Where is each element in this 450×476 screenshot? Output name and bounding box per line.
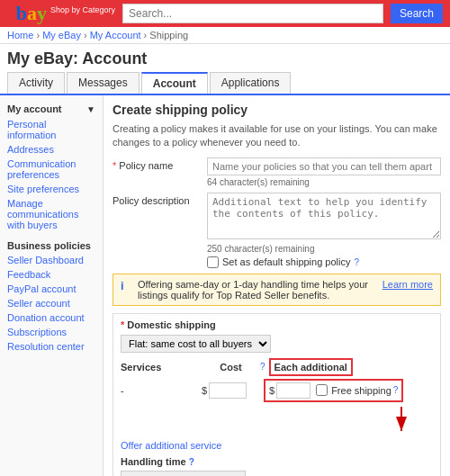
tab-activity[interactable]: Activity xyxy=(7,72,65,94)
sidebar-item-resolution[interactable]: Resolution center xyxy=(0,339,103,354)
search-button[interactable]: Search xyxy=(391,4,443,23)
each-dollar-sign: $ xyxy=(269,385,274,396)
sidebar-item-seller-dashboard[interactable]: Seller Dashboard xyxy=(0,253,103,267)
breadcrumb-myebay[interactable]: My eBay xyxy=(42,30,81,40)
red-arrow-svg xyxy=(361,402,415,438)
info-box: i Offering same-day or 1-day handling ti… xyxy=(112,274,441,306)
content-area: My account ▼ Personal information Addres… xyxy=(0,95,450,476)
sidebar-item-addresses[interactable]: Addresses xyxy=(0,142,103,157)
policy-name-input[interactable] xyxy=(207,157,441,175)
sidebar-item-personal[interactable]: Personal information xyxy=(0,117,103,142)
top-bar: ebay Shop by Category Search xyxy=(0,0,450,27)
services-row: - $ $ Free shipping ? xyxy=(121,379,433,402)
learn-more-link[interactable]: Learn more xyxy=(382,279,433,290)
handling-time-select[interactable]: Select a handling time xyxy=(121,471,246,476)
free-shipping-checkbox[interactable] xyxy=(316,384,328,396)
help-icon-free-ship[interactable]: ? xyxy=(393,385,399,395)
policy-desc-textarea[interactable] xyxy=(207,193,441,239)
offer-additional-link[interactable]: Offer additional service xyxy=(121,440,433,451)
collapse-icon[interactable]: ▼ xyxy=(86,104,95,114)
sidebar-item-paypal[interactable]: PayPal account xyxy=(0,282,103,296)
policy-name-row: * Policy name 64 character(s) remaining xyxy=(112,157,441,187)
domestic-type-row: Flat: same cost to all buyers xyxy=(121,335,433,353)
each-additional-col-header: Each additional xyxy=(269,358,353,376)
search-input[interactable] xyxy=(122,4,383,23)
free-shipping-label: Free shipping xyxy=(331,385,392,396)
breadcrumb-home[interactable]: Home xyxy=(7,30,33,40)
section-title: Create shipping policy xyxy=(112,103,441,117)
breadcrumb-shipping: Shipping xyxy=(149,30,188,40)
cost-dollar-sign: $ xyxy=(202,385,207,396)
info-icon: i xyxy=(121,279,133,292)
sidebar-item-donation[interactable]: Donation account xyxy=(0,310,103,325)
info-text: Offering same-day or 1-day handling time… xyxy=(138,279,378,301)
policy-desc-label: Policy description xyxy=(112,193,207,206)
default-policy-checkbox[interactable] xyxy=(207,256,219,268)
service-name: - xyxy=(121,385,202,396)
policy-desc-field: 250 character(s) remaining Set as defaul… xyxy=(207,193,441,268)
ebay-logo-area: ebay Shop by Category xyxy=(7,4,115,23)
help-icon-handling[interactable]: ? xyxy=(189,457,194,467)
cost-input-area: $ xyxy=(202,382,260,399)
tab-applications[interactable]: Applications xyxy=(210,72,292,94)
services-col-label: Services xyxy=(121,362,202,373)
policy-desc-charcount: 250 character(s) remaining xyxy=(207,244,441,254)
sidebar-business-header: Business policies xyxy=(0,236,103,253)
shop-by-category[interactable]: Shop by Category xyxy=(50,5,115,15)
handling-time-label: Handling time ? xyxy=(121,456,433,467)
sidebar-item-manage-comm[interactable]: Manage communications with buyers xyxy=(0,196,103,232)
ebay-logo: ebay xyxy=(7,4,47,23)
page-title: My eBay: Account xyxy=(7,49,443,68)
main-content: Create shipping policy Creating a policy… xyxy=(104,95,450,476)
sidebar-item-subscriptions[interactable]: Subscriptions xyxy=(0,325,103,339)
domestic-shipping-section: * Domestic shipping Flat: same cost to a… xyxy=(112,313,441,476)
arrow-annotation xyxy=(121,402,415,438)
policy-desc-row: Policy description 250 character(s) rema… xyxy=(112,193,441,268)
main-tabs: Activity Messages Account Applications xyxy=(0,72,450,95)
handling-time-section: Handling time ? Select a handling time xyxy=(121,456,433,476)
policy-name-field: 64 character(s) remaining xyxy=(207,157,441,187)
cost-col-header: Cost xyxy=(202,362,260,373)
help-icon-cost[interactable]: ? xyxy=(260,362,266,372)
breadcrumb-myaccount[interactable]: My Account xyxy=(90,30,141,40)
sidebar-item-site-prefs[interactable]: Site preferences xyxy=(0,182,103,196)
policy-name-label: * Policy name xyxy=(112,157,207,171)
page-header: My eBay: Account xyxy=(0,44,450,68)
tab-messages[interactable]: Messages xyxy=(67,72,140,94)
default-policy-label: Set as default shipping policy xyxy=(222,256,350,267)
each-additional-area: $ Free shipping ? xyxy=(264,379,403,402)
services-header-row: Services Cost ? Each additional xyxy=(121,358,433,376)
intro-text: Creating a policy makes it available for… xyxy=(112,122,441,150)
breadcrumb: Home › My eBay › My Account › Shipping xyxy=(0,27,450,44)
tab-account[interactable]: Account xyxy=(141,72,208,94)
sidebar: My account ▼ Personal information Addres… xyxy=(0,95,104,476)
sidebar-item-feedback[interactable]: Feedback xyxy=(0,267,103,282)
policy-name-charcount: 64 character(s) remaining xyxy=(207,177,441,187)
each-additional-input[interactable] xyxy=(276,382,310,399)
sidebar-my-account-header: My account ▼ xyxy=(0,101,103,117)
domestic-shipping-select[interactable]: Flat: same cost to all buyers xyxy=(121,335,271,353)
domestic-title: * Domestic shipping xyxy=(121,319,433,330)
sidebar-item-seller-account[interactable]: Seller account xyxy=(0,296,103,310)
help-icon-default[interactable]: ? xyxy=(354,257,359,267)
required-star-domestic: * xyxy=(121,319,124,330)
default-checkbox-row: Set as default shipping policy ? xyxy=(207,256,441,268)
sidebar-item-communication[interactable]: Communication preferences xyxy=(0,157,103,182)
required-star-name: * xyxy=(112,160,116,171)
cost-input[interactable] xyxy=(209,382,247,399)
